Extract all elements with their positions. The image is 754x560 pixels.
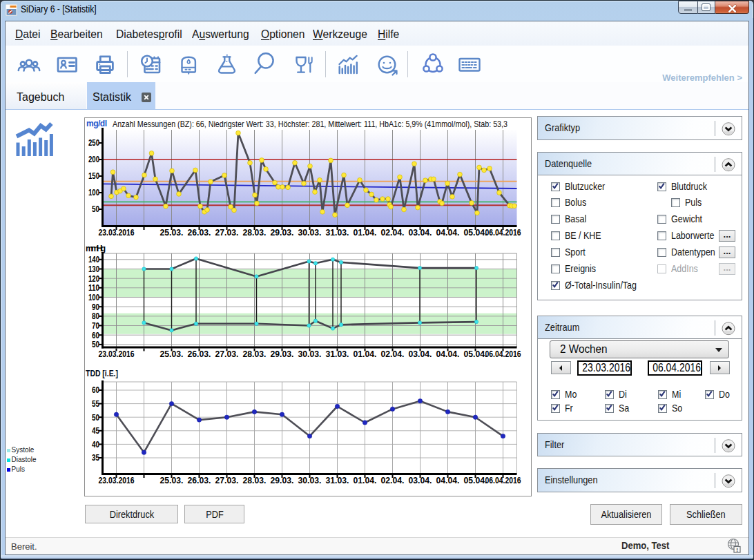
svg-text:130: 130 xyxy=(88,264,99,274)
svg-text:02.04.: 02.04. xyxy=(381,476,405,485)
svg-text:04.04.: 04.04. xyxy=(436,476,460,485)
svg-text:90: 90 xyxy=(92,302,99,312)
svg-text:06.04.2016: 06.04.2016 xyxy=(485,476,521,485)
svg-text:06.04.2016: 06.04.2016 xyxy=(485,228,521,238)
svg-text:50: 50 xyxy=(92,340,99,349)
svg-text:23.03.2016: 23.03.2016 xyxy=(99,349,135,359)
svg-text:26.03.: 26.03. xyxy=(188,349,211,359)
svg-text:Anzahl Messungen (BZ): 66, Nie: Anzahl Messungen (BZ): 66, Niedrigster W… xyxy=(113,119,508,129)
svg-text:50: 50 xyxy=(92,413,99,423)
svg-text:23.03.2016: 23.03.2016 xyxy=(99,228,135,238)
svg-text:04.04.: 04.04. xyxy=(436,228,460,238)
svg-text:30.03.: 30.03. xyxy=(298,476,322,485)
svg-text:31.03.: 31.03. xyxy=(326,476,349,485)
svg-text:100: 100 xyxy=(88,188,99,197)
svg-text:35: 35 xyxy=(92,453,99,463)
svg-text:05.04.: 05.04. xyxy=(464,228,487,238)
svg-text:27.03.: 27.03. xyxy=(215,476,239,485)
svg-text:140: 140 xyxy=(88,255,99,264)
svg-text:27.03.: 27.03. xyxy=(215,228,239,238)
svg-text:30.03.: 30.03. xyxy=(298,228,322,238)
svg-text:29.03.: 29.03. xyxy=(271,349,294,359)
svg-text:70: 70 xyxy=(92,321,99,331)
svg-text:110: 110 xyxy=(88,283,99,293)
svg-text:01.04.: 01.04. xyxy=(354,476,377,485)
svg-text:TDD [i.E.]: TDD [i.E.] xyxy=(86,369,118,378)
svg-text:250: 250 xyxy=(88,138,99,148)
svg-text:28.03.: 28.03. xyxy=(243,476,267,485)
svg-text:60: 60 xyxy=(92,331,99,340)
svg-text:25.03.: 25.03. xyxy=(160,476,184,485)
svg-text:60: 60 xyxy=(92,385,99,395)
svg-text:01.04.: 01.04. xyxy=(354,228,377,238)
svg-text:31.03.: 31.03. xyxy=(326,349,349,359)
svg-text:04.04.: 04.04. xyxy=(436,349,460,359)
svg-text:29.03.: 29.03. xyxy=(271,476,294,485)
svg-text:27.03.: 27.03. xyxy=(215,349,239,359)
svg-text:28.03.: 28.03. xyxy=(243,349,267,359)
svg-text:02.04.: 02.04. xyxy=(381,228,405,238)
svg-text:29.03.: 29.03. xyxy=(271,228,294,238)
svg-text:200: 200 xyxy=(88,155,99,164)
svg-text:05.04.: 05.04. xyxy=(464,349,487,359)
svg-text:50: 50 xyxy=(92,204,99,214)
svg-text:06.04.2016: 06.04.2016 xyxy=(485,349,521,359)
svg-text:23.03.2016: 23.03.2016 xyxy=(99,476,135,485)
svg-text:120: 120 xyxy=(88,274,99,284)
svg-text:26.03.: 26.03. xyxy=(188,476,211,485)
svg-text:03.04.: 03.04. xyxy=(409,349,432,359)
svg-text:150: 150 xyxy=(88,171,99,181)
svg-text:55: 55 xyxy=(92,399,99,409)
svg-text:03.04.: 03.04. xyxy=(409,476,432,485)
svg-text:28.03.: 28.03. xyxy=(243,228,267,238)
svg-text:40: 40 xyxy=(92,440,99,450)
svg-text:mmHg: mmHg xyxy=(86,244,106,253)
svg-text:!: ! xyxy=(736,547,738,553)
svg-text:80: 80 xyxy=(92,311,99,321)
svg-text:45: 45 xyxy=(92,426,99,436)
svg-text:30.03.: 30.03. xyxy=(298,349,322,359)
svg-text:25.03.: 25.03. xyxy=(160,228,184,238)
svg-text:02.04.: 02.04. xyxy=(381,349,405,359)
svg-text:25.03.: 25.03. xyxy=(160,349,184,359)
svg-text:03.04.: 03.04. xyxy=(409,228,432,238)
svg-text:01.04.: 01.04. xyxy=(354,349,377,359)
svg-text:mg/dl: mg/dl xyxy=(86,119,107,128)
svg-text:100: 100 xyxy=(88,293,99,302)
svg-text:26.03.: 26.03. xyxy=(188,228,211,238)
svg-text:05.04.: 05.04. xyxy=(464,476,487,485)
svg-text:31.03.: 31.03. xyxy=(326,228,349,238)
